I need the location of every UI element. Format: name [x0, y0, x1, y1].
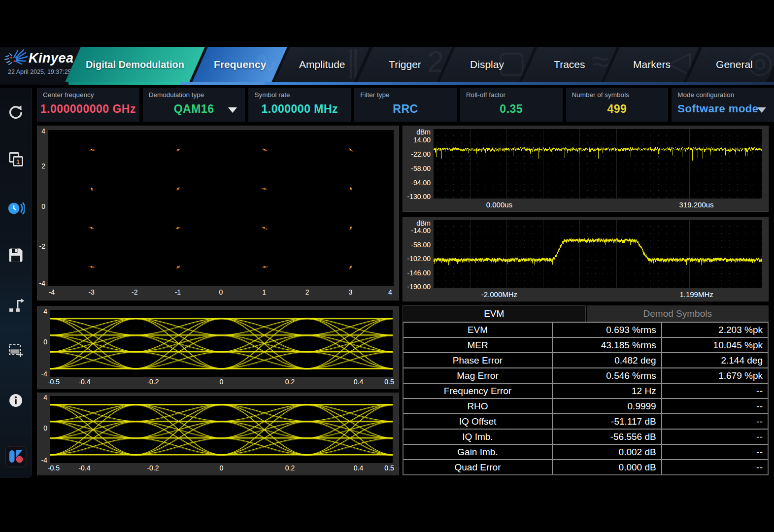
constellation-x-axis: -4 -3 -2 -1 0 1 2 3 4 [48, 288, 394, 299]
trigger-ghost-icon: 2 [427, 47, 443, 79]
table-row: IQ Imb.-56.556 dB-- [404, 430, 768, 445]
left-toolbar: 1 [0, 88, 32, 478]
results-tabs: EVM Demod Symbols [403, 305, 769, 322]
symbol-rate-value: 1.000000 MHz [248, 102, 351, 116]
traces-wave-ghost-icon: ≈ [592, 47, 608, 79]
nav-accent-underline [0, 82, 774, 85]
filter-type-value: RRC [354, 102, 457, 116]
constellation-canvas [48, 130, 394, 286]
table-row: Gain Imb.0.002 dB-- [404, 445, 768, 460]
param-symbol-rate[interactable]: Symbol rate 1.000000 MHz [248, 88, 351, 122]
number-of-symbols-value: 499 [566, 102, 669, 116]
table-row: Phase Error0.482 deg2.144 deg [404, 353, 768, 368]
table-row: IQ Offset-51.117 dB-- [404, 414, 768, 430]
time-x-axis: 0.000us 319.200us [434, 200, 762, 211]
table-row: Frequency Error12 Hz-- [404, 384, 768, 399]
tab-display[interactable]: ▢ Display [439, 47, 535, 82]
app-logo[interactable] [5, 446, 27, 467]
svg-text:1: 1 [16, 158, 20, 166]
constellation-y-axis: 4 2 0 -2 -4 [37, 126, 48, 286]
info-icon[interactable] [7, 392, 25, 409]
results-grid: EVM0.693 %rms2.203 %pk MER43.185 %rms10.… [403, 322, 769, 475]
spectrum-plot [434, 220, 762, 288]
tab-frequency[interactable]: ∿ Frequency [192, 47, 287, 82]
table-row: Quad Error0.000 dB-- [404, 460, 768, 474]
param-number-of-symbols[interactable]: Number of symbols 499 [566, 88, 669, 122]
roll-off-factor-value: 0.35 [460, 102, 563, 116]
eye-q-canvas [50, 396, 393, 463]
duplicate-page-icon[interactable]: 1 [7, 151, 25, 168]
param-center-frequency[interactable]: Center frequency 1.000000000 GHz [37, 88, 139, 122]
tab-trigger[interactable]: 2 Trigger [357, 47, 452, 82]
brand-block: Kinyea 22 April 2025, 19:37:25 [0, 47, 74, 82]
table-row: Mag Error0.546 %rms1.679 %pk [404, 368, 768, 384]
param-filter-type[interactable]: Filter type RRC [354, 88, 457, 122]
eye-i-plot [50, 310, 393, 377]
datetime-label: 22 April 2025, 19:37:25 [8, 68, 71, 75]
tab-traces[interactable]: ≈ Traces [522, 47, 617, 82]
tab-markers[interactable]: ◁ Markers [604, 47, 699, 82]
chevron-down-icon[interactable] [757, 107, 766, 113]
markers-cursor-ghost-icon: ◁ [667, 47, 691, 80]
sync-icon[interactable] [7, 103, 25, 121]
table-row: MER43.185 %rms10.045 %pk [404, 338, 768, 353]
parameter-row: Center frequency 1.000000000 GHz Demodul… [37, 88, 774, 122]
app-screen: Kinyea 22 April 2025, 19:37:25 Digital D… [0, 0, 774, 532]
eye-diagram-q-panel: 4 0 -4 -0.5 -0.4 -0.2 0 0.2 0.4 0.5 [37, 393, 399, 475]
time-y-axis: dBm 14.00 -22.00 -58.00 -94.00 -130.00 [403, 126, 434, 199]
eye-diagram-i-panel: 4 0 -4 -0.5 -0.4 -0.2 0 0.2 0.4 0.5 [37, 306, 399, 389]
y-axis-unit: dBm [416, 219, 431, 227]
tab-general[interactable]: ◎ General [687, 47, 774, 82]
amplitude-bars-ghost-icon: ∥ [346, 47, 361, 80]
center-frequency-value: 1.000000000 GHz [37, 102, 139, 116]
nav-tabs: Digital Demodulation ∿ Frequency ∥ Ampli… [73, 47, 774, 82]
param-demodulation-type[interactable]: Demodulation type QAM16 [143, 88, 245, 122]
param-mode-configuration[interactable]: Mode configuration Software mode [672, 88, 774, 122]
chevron-down-icon[interactable] [228, 107, 237, 113]
eye-q-y-axis: 4 0 -4 [37, 393, 50, 463]
tab-digital-demodulation[interactable]: Digital Demodulation [65, 47, 205, 82]
history-icon[interactable] [7, 200, 25, 217]
eye-i-y-axis: 4 0 -4 [37, 307, 50, 377]
constellation-panel: 4 2 0 -2 -4 -4 -3 -2 -1 0 1 2 3 4 [37, 126, 399, 300]
brand-name: Kinyea [29, 51, 74, 66]
top-nav-bar: Kinyea 22 April 2025, 19:37:25 Digital D… [0, 47, 774, 82]
tab-demod-symbols[interactable]: Demod Symbols [587, 305, 769, 322]
spectrum-panel: dBm -14.00 -58.00 -102.00 -146.00 -190.0… [403, 217, 769, 301]
constellation-plot [48, 130, 394, 286]
table-row: EVM0.693 %rms2.203 %pk [404, 323, 768, 338]
time-plot [434, 129, 762, 199]
eye-q-plot [50, 396, 393, 463]
capture-region-icon[interactable] [7, 341, 25, 359]
eye-i-canvas [50, 310, 393, 377]
results-table: EVM Demod Symbols EVM0.693 %rms2.203 %pk… [403, 305, 769, 475]
tab-evm[interactable]: EVM [403, 305, 586, 322]
brand-starburst-icon [3, 48, 29, 69]
save-icon[interactable] [7, 246, 25, 264]
spectrum-x-axis: -2.000MHz 1.199MHz [434, 290, 762, 301]
power-vs-time-panel: dBm 14.00 -22.00 -58.00 -94.00 -130.00 0… [403, 126, 769, 212]
eye-q-x-axis: -0.5 -0.4 -0.2 0 0.2 0.4 0.5 [50, 464, 393, 475]
param-roll-off-factor[interactable]: Roll-off factor 0.35 [460, 88, 563, 122]
time-canvas [434, 129, 762, 199]
eye-i-x-axis: -0.5 -0.4 -0.2 0 0.2 0.4 0.5 [50, 378, 393, 389]
spectrum-y-axis: dBm -14.00 -58.00 -102.00 -146.00 -190.0… [403, 217, 434, 288]
y-axis-unit: dBm [416, 128, 431, 136]
table-row: RHO0.9999-- [404, 399, 768, 414]
spectrum-canvas [434, 220, 762, 288]
signal-flow-icon[interactable] [7, 295, 25, 312]
tab-amplitude[interactable]: ∥ Amplitude [274, 47, 370, 82]
